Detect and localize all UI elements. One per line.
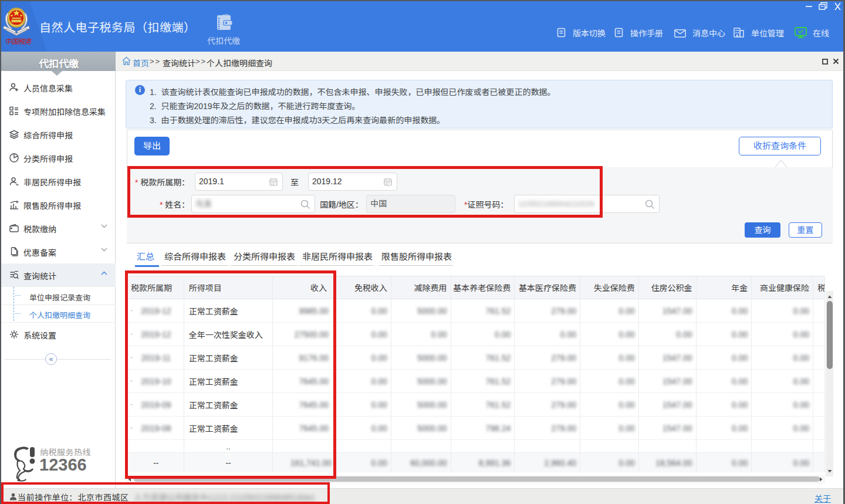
svg-text:中国税务: 中国税务 [5, 36, 32, 46]
